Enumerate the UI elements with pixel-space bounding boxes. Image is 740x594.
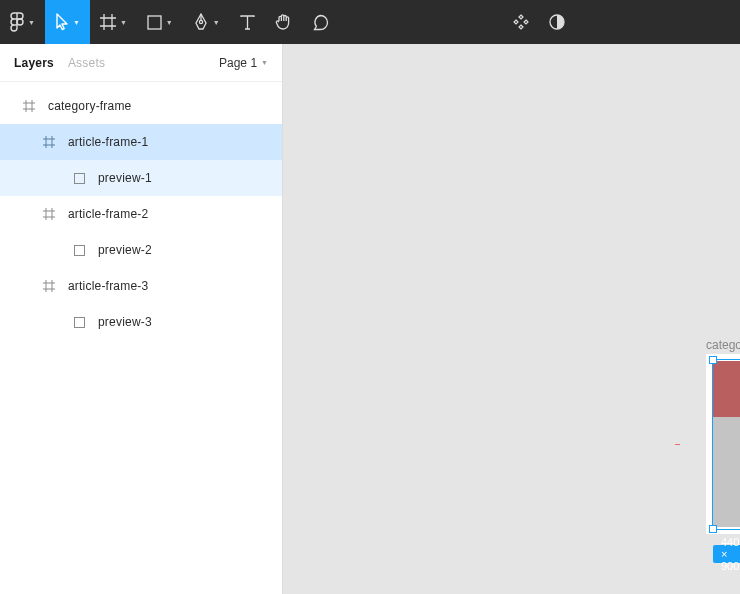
top-toolbar: ▼ ▼ ▼ ▼ ▼ [0, 0, 740, 44]
tab-layers[interactable]: Layers [14, 56, 54, 70]
frame-icon [42, 207, 56, 221]
frame-icon [42, 135, 56, 149]
text-tool-button[interactable] [230, 0, 265, 44]
main-menu-button[interactable]: ▼ [0, 0, 45, 44]
left-sidebar: Layers Assets Page 1 ▼ category-frameart… [0, 44, 283, 594]
layer-row-article-frame-2[interactable]: article-frame-2 [0, 196, 282, 232]
chevron-down-icon: ▼ [73, 19, 80, 26]
layer-row-article-frame-1[interactable]: article-frame-1 [0, 124, 282, 160]
svg-point-0 [17, 19, 23, 25]
layer-name: article-frame-3 [68, 279, 148, 293]
sidebar-header: Layers Assets Page 1 ▼ [0, 44, 282, 82]
canvas[interactable]: category-frame 440 × 900 [283, 44, 740, 594]
comment-icon [312, 14, 329, 31]
rectangle-icon [147, 15, 162, 30]
rect-icon [72, 315, 86, 329]
svg-rect-1 [148, 16, 161, 29]
components-button[interactable] [503, 0, 539, 44]
chevron-down-icon: ▼ [213, 19, 220, 26]
page-selector[interactable]: Page 1 ▼ [219, 56, 268, 70]
layer-name: category-frame [48, 99, 132, 113]
dimensions-badge: 440 × 900 [713, 545, 740, 563]
text-icon [240, 15, 255, 30]
cursor-icon [55, 13, 69, 31]
pen-tool-button[interactable]: ▼ [183, 0, 230, 44]
layer-row-category-frame[interactable]: category-frame [0, 88, 282, 124]
mask-button[interactable] [539, 0, 575, 44]
frame-tool-button[interactable]: ▼ [90, 0, 137, 44]
svg-rect-5 [74, 245, 84, 255]
layer-row-preview-3[interactable]: preview-3 [0, 304, 282, 340]
layer-name: preview-1 [98, 171, 152, 185]
layer-name: article-frame-2 [68, 207, 148, 221]
rect-icon [72, 243, 86, 257]
layer-name: article-frame-1 [68, 135, 148, 149]
article-frame-1[interactable] [713, 361, 740, 527]
main-area: Layers Assets Page 1 ▼ category-frameart… [0, 44, 740, 594]
layers-panel: category-framearticle-frame-1preview-1ar… [0, 82, 282, 594]
frame-icon [100, 14, 116, 30]
components-icon [513, 14, 529, 30]
guide-tick [675, 444, 680, 445]
preview-1[interactable] [713, 361, 740, 417]
frame-icon [42, 279, 56, 293]
layer-row-article-frame-3[interactable]: article-frame-3 [0, 268, 282, 304]
chevron-down-icon: ▼ [166, 19, 173, 26]
svg-point-2 [199, 20, 202, 23]
comment-tool-button[interactable] [302, 0, 339, 44]
layer-row-preview-2[interactable]: preview-2 [0, 232, 282, 268]
hand-icon [275, 13, 292, 31]
move-tool-button[interactable]: ▼ [45, 0, 90, 44]
frame-icon [22, 99, 36, 113]
hand-tool-button[interactable] [265, 0, 302, 44]
chevron-down-icon: ▼ [261, 59, 268, 66]
layer-row-preview-1[interactable]: preview-1 [0, 160, 282, 196]
layer-name: preview-3 [98, 315, 152, 329]
svg-rect-6 [74, 317, 84, 327]
svg-rect-4 [74, 173, 84, 183]
pen-icon [193, 13, 209, 31]
chevron-down-icon: ▼ [28, 19, 35, 26]
page-label: Page 1 [219, 56, 257, 70]
tab-assets[interactable]: Assets [68, 56, 105, 70]
shape-tool-button[interactable]: ▼ [137, 0, 183, 44]
layer-name: preview-2 [98, 243, 152, 257]
rect-icon [72, 171, 86, 185]
chevron-down-icon: ▼ [120, 19, 127, 26]
mask-icon [549, 14, 565, 30]
figma-logo-icon [10, 12, 24, 32]
category-frame[interactable] [706, 354, 740, 534]
